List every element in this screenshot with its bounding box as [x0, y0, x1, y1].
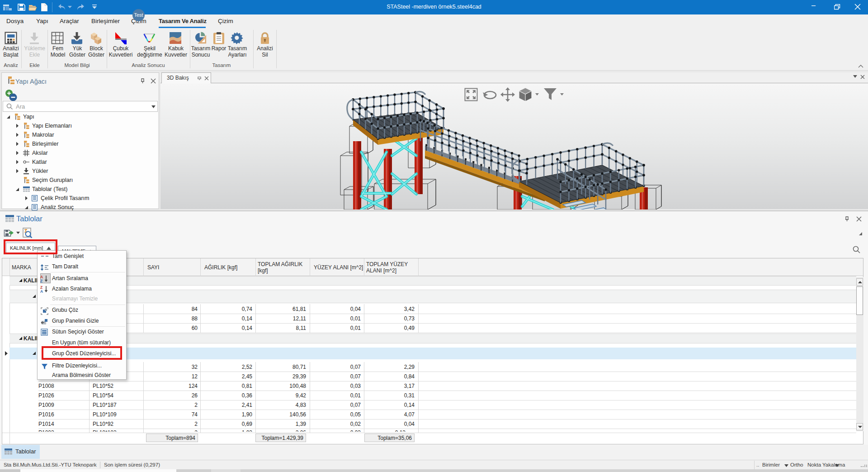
svg-text:A: A: [40, 289, 43, 293]
svg-text:Z: Z: [40, 279, 42, 283]
